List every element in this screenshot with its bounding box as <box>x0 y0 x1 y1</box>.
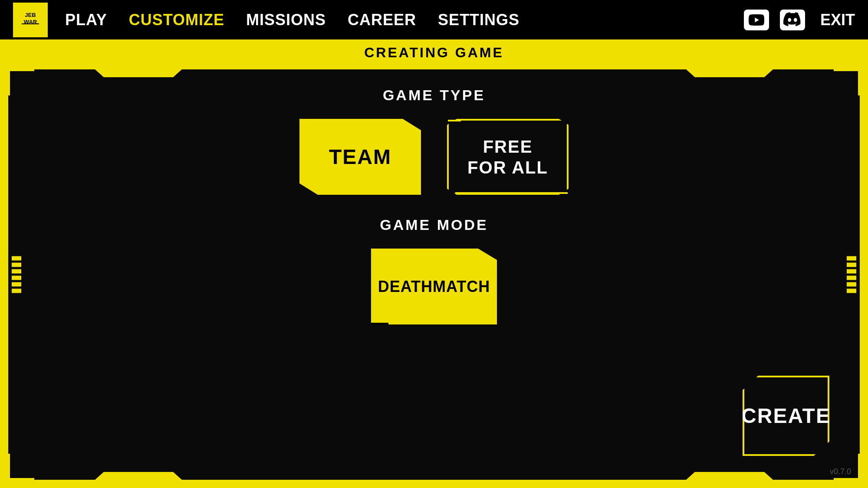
free-for-all-wrapper: FREEFOR ALL <box>447 119 569 195</box>
version-text: v0.7.0 <box>830 467 851 476</box>
side-bar <box>12 269 21 274</box>
top-bracket-right <box>686 69 773 77</box>
game-type-buttons: TEAM FREEFOR ALL <box>299 119 569 195</box>
bottom-bracket-left <box>95 472 182 480</box>
free-for-all-label: FREEFOR ALL <box>467 136 548 178</box>
free-for-all-button[interactable]: FREEFOR ALL <box>447 119 569 195</box>
side-bars-right <box>847 256 856 293</box>
side-bars-left <box>12 256 21 293</box>
svg-text:Jeb: Jeb <box>25 12 36 18</box>
main-area: GAME TYPE TEAM FREEFOR ALL GAME MODE <box>0 64 868 488</box>
corner-bl <box>8 454 34 480</box>
game-mode-section: GAME MODE DEATHMATCH <box>17 216 851 324</box>
side-bar <box>847 256 856 261</box>
youtube-icon[interactable] <box>744 10 769 30</box>
svg-text:War: War <box>24 19 37 26</box>
side-bar <box>847 289 856 293</box>
nav-customize[interactable]: CUSTOMIZE <box>129 11 224 29</box>
side-bar <box>847 263 856 267</box>
team-button-label: TEAM <box>329 145 391 169</box>
nav-right: EXIT <box>744 10 855 30</box>
create-button[interactable]: CREATE <box>743 376 829 456</box>
game-mode-buttons: DEATHMATCH <box>371 249 497 324</box>
side-bar <box>12 256 21 261</box>
side-bar <box>847 269 856 274</box>
nav-links: PLAY CUSTOMIZE MISSIONS CAREER SETTINGS <box>65 11 744 29</box>
nav-settings[interactable]: SETTINGS <box>438 11 519 29</box>
top-bracket-left <box>95 69 182 77</box>
team-button[interactable]: TEAM <box>299 119 421 195</box>
ffa-notch-bl <box>555 192 568 194</box>
deathmatch-button[interactable]: DEATHMATCH <box>371 249 497 324</box>
exit-button[interactable]: EXIT <box>820 11 855 29</box>
deathmatch-label: DEATHMATCH <box>378 278 490 296</box>
nav-play[interactable]: PLAY <box>65 11 107 29</box>
side-bar <box>12 276 21 280</box>
discord-icon[interactable] <box>780 10 805 30</box>
side-bar <box>847 282 856 287</box>
side-bar <box>12 289 21 293</box>
creating-game-banner: CREATING GAME <box>0 41 868 64</box>
ffa-notch-tl <box>448 120 461 121</box>
create-button-label: CREATE <box>741 404 831 428</box>
side-bar <box>847 276 856 280</box>
corner-tl <box>8 69 34 95</box>
game-type-label: GAME TYPE <box>383 87 485 104</box>
game-type-section: GAME TYPE TEAM FREEFOR ALL <box>17 87 851 195</box>
side-bar <box>12 282 21 287</box>
game-mode-label: GAME MODE <box>380 216 488 233</box>
game-panel: GAME TYPE TEAM FREEFOR ALL GAME MODE <box>7 68 861 481</box>
logo[interactable]: Jeb War <box>13 3 48 37</box>
logo-text: Jeb War <box>17 6 43 34</box>
navbar: Jeb War PLAY CUSTOMIZE MISSIONS CAREER S… <box>0 0 868 41</box>
bottom-bracket-right <box>686 472 773 480</box>
nav-missions[interactable]: MISSIONS <box>246 11 326 29</box>
side-bar <box>12 263 21 267</box>
nav-career[interactable]: CAREER <box>348 11 416 29</box>
corner-tr <box>834 69 860 95</box>
banner-title: CREATING GAME <box>364 45 504 61</box>
